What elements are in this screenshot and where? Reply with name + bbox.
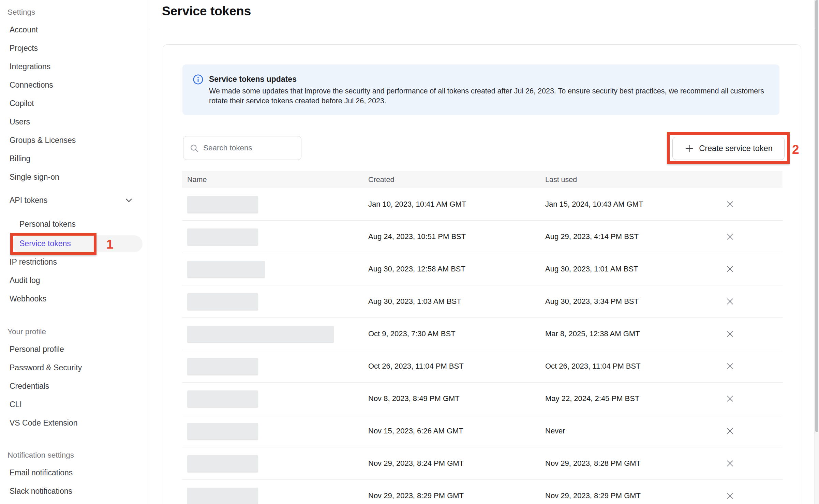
created-cell: Aug 30, 2023, 1:03 AM BST (368, 297, 545, 306)
created-cell: Nov 29, 2023, 8:29 PM GMT (368, 491, 545, 500)
sidebar-item-ip-restrictions[interactable]: IP restrictions (0, 253, 148, 271)
service-tokens-table: Name Created Last used Jan 10, 2023, 10:… (182, 172, 783, 504)
sidebar-item-copilot[interactable]: Copilot (0, 94, 148, 113)
sidebar-section-settings: Settings (0, 4, 148, 20)
created-cell: Aug 24, 2023, 10:51 PM BST (368, 232, 545, 241)
token-name-redacted (187, 196, 258, 212)
sidebar-item-billing[interactable]: Billing (0, 149, 148, 168)
token-name-redacted (187, 423, 258, 439)
spacer (0, 308, 148, 324)
sidebar-item-credentials[interactable]: Credentials (0, 377, 148, 395)
close-icon (726, 362, 734, 371)
last-used-cell: Oct 26, 2023, 11:04 PM BST (545, 362, 722, 371)
token-name-redacted (187, 293, 258, 310)
delete-token-button[interactable] (722, 229, 738, 244)
table-row: Nov 29, 2023, 8:24 PM GMT Nov 29, 2023, … (182, 447, 783, 480)
token-name-redacted (187, 390, 258, 407)
last-used-cell: May 22, 2024, 2:45 PM BST (545, 394, 722, 403)
sidebar-item-webhooks[interactable]: Webhooks (0, 290, 148, 308)
last-used-cell: Mar 8, 2025, 12:38 AM GMT (545, 329, 722, 338)
close-icon (726, 200, 734, 209)
chevron-down-icon (124, 196, 133, 205)
sidebar-item-account[interactable]: Account (0, 20, 148, 39)
created-cell: Oct 26, 2023, 11:04 PM BST (368, 362, 545, 371)
close-icon (726, 297, 734, 306)
sidebar-item-integrations[interactable]: Integrations (0, 57, 148, 76)
table-row: Oct 9, 2023, 7:30 AM BST Mar 8, 2025, 12… (182, 318, 783, 350)
last-used-cell: Never (545, 427, 722, 435)
delete-token-button[interactable] (722, 294, 738, 309)
search-tokens-box[interactable] (183, 136, 301, 160)
service-tokens-page: Settings Account Projects Integrations C… (0, 0, 819, 504)
delete-token-button[interactable] (722, 423, 738, 439)
delete-token-button[interactable] (722, 261, 738, 277)
service-tokens-card: Service tokens updates We made some upda… (163, 44, 801, 504)
delete-token-button[interactable] (722, 196, 738, 212)
info-icon (193, 74, 204, 85)
last-used-cell: Jan 15, 2024, 10:43 AM GMT (545, 200, 722, 209)
create-service-token-button[interactable]: Create service token (672, 137, 785, 160)
sidebar-item-slack-notifications[interactable]: Slack notifications (0, 482, 148, 500)
sidebar-item-audit-log[interactable]: Audit log (0, 271, 148, 290)
sidebar-item-personal-profile[interactable]: Personal profile (0, 340, 148, 358)
token-name-redacted (187, 326, 334, 342)
sidebar-item-password-security[interactable]: Password & Security (0, 358, 148, 377)
sidebar-item-single-sign-on[interactable]: Single sign-on (0, 168, 148, 186)
sidebar-item-service-tokens[interactable]: Service tokens (0, 234, 148, 253)
column-header-last-used: Last used (545, 176, 722, 184)
sidebar-item-groups-licenses[interactable]: Groups & Licenses (0, 131, 148, 149)
api-tokens-label: API tokens (10, 196, 47, 205)
sidebar-section-your-profile: Your profile (0, 324, 148, 340)
sidebar-item-users[interactable]: Users (0, 113, 148, 131)
close-icon (726, 459, 734, 468)
table-row: Aug 24, 2023, 10:51 PM BST Aug 29, 2023,… (182, 221, 783, 253)
created-cell: Nov 8, 2023, 8:49 PM GMT (368, 394, 545, 403)
close-icon (726, 427, 734, 435)
sidebar-item-vs-code-extension[interactable]: VS Code Extension (0, 414, 148, 432)
sidebar-item-personal-tokens[interactable]: Personal tokens (0, 215, 148, 233)
sidebar-item-connections[interactable]: Connections (0, 76, 148, 94)
close-icon (726, 491, 734, 500)
annotation-number-step2: 2 (792, 143, 799, 157)
info-banner: Service tokens updates We made some upda… (182, 64, 779, 115)
close-icon (726, 394, 734, 403)
sidebar-section-notification-settings: Notification settings (0, 447, 148, 463)
delete-token-button[interactable] (722, 391, 738, 406)
table-row: Nov 29, 2023, 8:29 PM GMT Nov 29, 2023, … (182, 480, 783, 504)
delete-token-button[interactable] (722, 326, 738, 342)
table-row: Oct 26, 2023, 11:04 PM BST Oct 26, 2023,… (182, 350, 783, 383)
table-row: Nov 8, 2023, 8:49 PM GMT May 22, 2024, 2… (182, 383, 783, 415)
banner-text: Service tokens updates We made some upda… (209, 73, 766, 106)
table-row: Aug 30, 2023, 12:58 AM BST Aug 30, 2023,… (182, 253, 783, 285)
token-name-redacted (187, 488, 258, 504)
banner-body: We made some updates that improve the se… (209, 86, 766, 106)
close-icon (726, 265, 734, 273)
token-name-redacted (187, 261, 265, 277)
annotation-number-step1: 1 (106, 237, 114, 252)
delete-token-button[interactable] (722, 358, 738, 374)
delete-token-button[interactable] (722, 456, 738, 471)
last-used-cell: Nov 29, 2023, 8:29 PM GMT (545, 491, 722, 500)
last-used-cell: Nov 29, 2023, 8:28 PM GMT (545, 459, 722, 468)
table-row: Nov 15, 2023, 6:26 AM GMT Never (182, 415, 783, 447)
create-button-label: Create service token (699, 144, 773, 153)
sidebar-item-cli[interactable]: CLI (0, 395, 148, 414)
delete-token-button[interactable] (722, 488, 738, 504)
sidebar-item-projects[interactable]: Projects (0, 39, 148, 57)
token-name-redacted (187, 455, 258, 472)
page-scrollbar[interactable] (814, 0, 819, 504)
sidebar-item-api-tokens[interactable]: API tokens (0, 191, 148, 209)
token-name-redacted (187, 228, 258, 245)
table-row: Aug 30, 2023, 1:03 AM BST Aug 30, 2023, … (182, 285, 783, 318)
spacer (0, 209, 148, 215)
token-name-redacted (187, 358, 258, 374)
search-input[interactable] (203, 144, 288, 152)
settings-sidebar: Settings Account Projects Integrations C… (0, 0, 148, 504)
created-cell: Nov 15, 2023, 6:26 AM GMT (368, 427, 545, 435)
sidebar-item-email-notifications[interactable]: Email notifications (0, 463, 148, 482)
table-header-row: Name Created Last used (182, 172, 783, 188)
close-icon (726, 232, 734, 241)
plus-icon (684, 144, 694, 153)
scrollbar-thumb[interactable] (815, 0, 818, 432)
title-divider (148, 28, 814, 28)
